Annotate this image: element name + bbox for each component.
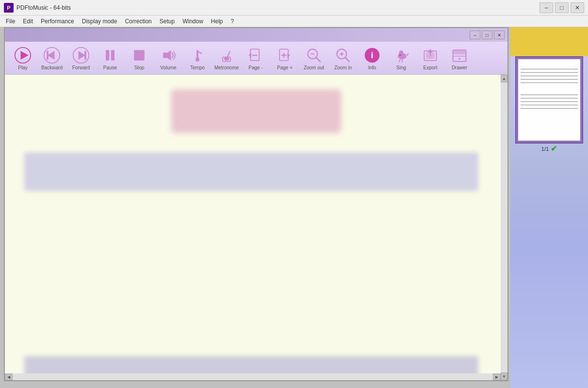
menu-question[interactable]: ? (227, 17, 238, 26)
svg-text:i: i (371, 50, 373, 60)
stop-button[interactable]: Stop (125, 44, 153, 73)
metronome-icon (218, 47, 235, 64)
svg-marker-1 (21, 51, 29, 60)
title-bar-controls: – □ ✕ (539, 2, 584, 13)
sing-icon (392, 47, 410, 64)
menu-help[interactable]: Help (207, 17, 227, 26)
svg-point-39 (399, 50, 404, 55)
inner-close-button[interactable]: ✕ (494, 31, 505, 39)
play-button[interactable]: Play (9, 44, 37, 73)
close-button[interactable]: ✕ (571, 2, 584, 13)
svg-rect-10 (134, 50, 145, 61)
menu-window[interactable]: Window (179, 17, 207, 26)
menu-file[interactable]: File (2, 17, 19, 26)
svg-marker-35 (407, 53, 409, 56)
backward-icon (43, 47, 61, 64)
thumbnail-lines (521, 69, 578, 112)
tempo-button[interactable]: Tempo (183, 44, 212, 73)
inner-minimize-button[interactable]: – (470, 31, 480, 39)
drawer-thumbnail[interactable]: 1/1 ✔ (515, 56, 583, 144)
scroll-down-arrow[interactable]: ▼ (501, 372, 507, 380)
thumbnail-page-label: 1/1 ✔ (516, 144, 582, 153)
horizontal-scrollbar[interactable]: ◀ ▶ (5, 373, 501, 380)
vertical-scrollbar[interactable]: ▲ ▼ (501, 75, 507, 380)
inner-title-bar: – □ ✕ (5, 28, 507, 42)
scroll-left-arrow[interactable]: ◀ (5, 373, 13, 380)
volume-icon (160, 47, 177, 64)
tempo-icon (189, 47, 206, 64)
title-bar: P PDFtoMusic - 64-bits – □ ✕ (0, 0, 588, 16)
pause-button[interactable]: Pause (96, 44, 124, 73)
page-minus-icon (247, 47, 264, 64)
svg-rect-9 (111, 50, 114, 61)
maximize-button[interactable]: □ (555, 2, 569, 13)
staff-line-10 (521, 108, 578, 109)
score-area: ▲ ▼ ◀ ▶ (5, 75, 507, 380)
metronome-button[interactable]: Metronome (212, 44, 241, 73)
menu-bar: File Edit Performance Display mode Corre… (0, 16, 588, 27)
scroll-up-arrow[interactable]: ▲ (501, 75, 507, 82)
forward-button[interactable]: Forward (67, 44, 95, 73)
svg-marker-3 (48, 51, 54, 60)
music-title (171, 89, 341, 133)
svg-rect-45 (453, 50, 466, 54)
thumbnail-inner (518, 59, 580, 141)
zoom-in-button[interactable]: Zoom in (329, 44, 357, 73)
svg-point-47 (458, 58, 460, 60)
app-title: PDFtoMusic - 64-bits (16, 4, 539, 11)
page-minus-button[interactable]: Page - (242, 44, 270, 73)
play-icon (14, 47, 32, 64)
check-icon: ✔ (551, 144, 557, 153)
menu-setup[interactable]: Setup (156, 17, 179, 26)
backward-button[interactable]: Backward (38, 44, 66, 73)
forward-icon (72, 47, 90, 64)
svg-marker-20 (249, 53, 251, 58)
zoom-in-icon (334, 47, 352, 64)
menu-correction[interactable]: Correction (121, 17, 155, 26)
staff-line-1 (521, 69, 578, 69)
svg-rect-13 (196, 50, 198, 59)
page-plus-icon (276, 47, 294, 64)
stop-icon (131, 47, 148, 64)
zoom-out-button[interactable]: Zoom out (300, 44, 328, 73)
info-icon: i (363, 47, 381, 64)
svg-rect-8 (106, 50, 109, 61)
svg-line-37 (399, 59, 401, 62)
svg-line-14 (198, 52, 202, 54)
inner-restore-button[interactable]: □ (482, 31, 492, 39)
music-row-1 (24, 152, 478, 191)
svg-rect-4 (47, 51, 49, 60)
scroll-track-horizontal[interactable] (13, 373, 493, 380)
menu-display-mode[interactable]: Display mode (78, 17, 121, 26)
export-button[interactable]: Export (416, 44, 444, 73)
inner-title-controls: – □ ✕ (470, 31, 505, 39)
page-number: 1/1 (541, 146, 549, 152)
volume-button[interactable]: Volume (154, 44, 182, 73)
menu-performance[interactable]: Performance (37, 17, 78, 26)
scroll-right-arrow[interactable]: ▶ (493, 373, 501, 380)
scroll-track-vertical[interactable] (501, 82, 507, 372)
info-button[interactable]: i Info (358, 44, 386, 73)
staff-line-7 (521, 98, 578, 98)
right-panel: 1/1 ✔ (510, 27, 588, 388)
export-icon (422, 47, 439, 64)
staff-line-8 (521, 101, 578, 102)
sing-button[interactable]: Sing (387, 44, 415, 73)
toolbar: Play Backward Forward P (5, 42, 507, 75)
svg-marker-6 (79, 51, 85, 60)
staff-line-5 (521, 82, 578, 83)
svg-rect-7 (84, 51, 86, 60)
app-icon: P (4, 3, 14, 13)
staff-line-6 (521, 95, 578, 95)
staff-line-4 (521, 79, 578, 80)
pause-icon (101, 47, 119, 64)
minimize-button[interactable]: – (539, 2, 553, 13)
staff-line-9 (521, 105, 578, 105)
staff-line-2 (521, 72, 578, 73)
svg-marker-11 (163, 50, 171, 61)
page-plus-button[interactable]: Page + (271, 44, 299, 73)
svg-line-31 (345, 58, 350, 62)
staff-line-3 (521, 76, 578, 76)
drawer-button[interactable]: Drawer (445, 44, 474, 73)
menu-edit[interactable]: Edit (19, 17, 37, 26)
